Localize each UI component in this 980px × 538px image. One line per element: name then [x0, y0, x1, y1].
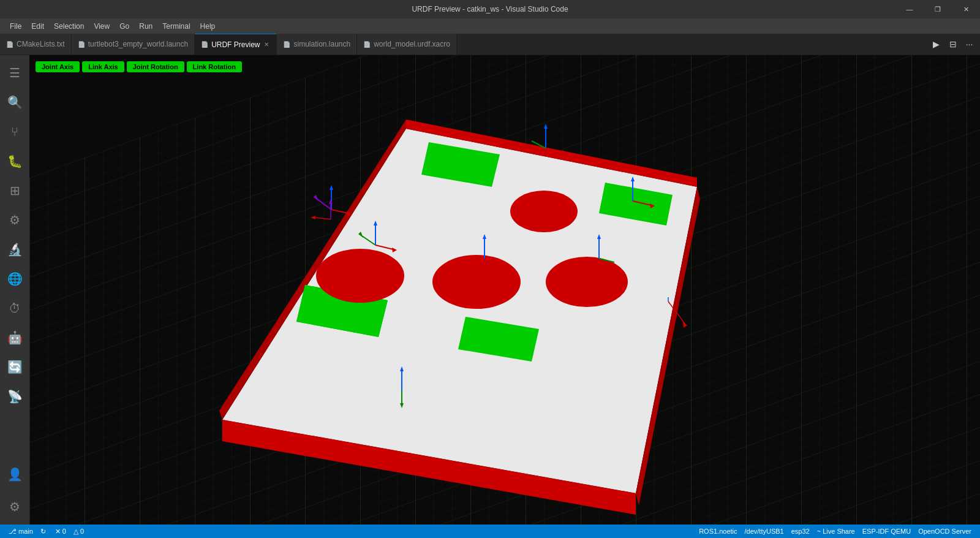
svg-point-14 — [432, 255, 521, 309]
activity-item-settings[interactable]: ⚙ — [0, 492, 29, 521]
activity-item-robot[interactable]: ⚙ — [0, 205, 29, 235]
status-esp-idf[interactable]: ESP-IDF QEMU — [859, 525, 914, 538]
menu-bar: FileEditSelectionViewGoRunTerminalHelp — [0, 18, 980, 34]
live-text: Live Share — [823, 528, 855, 535]
tab-icon-world: 📄 — [363, 41, 371, 48]
split-button[interactable]: ⊟ — [945, 37, 960, 52]
activity-item-robot2[interactable]: 🤖 — [0, 323, 29, 352]
menu-item-terminal[interactable]: Terminal — [157, 21, 195, 32]
sync-icon: ↻ — [40, 528, 46, 536]
openocd-text: OpenOCD Server — [918, 528, 971, 535]
close-button[interactable]: ✕ — [952, 0, 980, 18]
overlay-btn-joint-axis[interactable]: Joint Axis — [36, 61, 80, 72]
tab-icon-urdf: 📄 — [201, 41, 208, 48]
live-icon: ~ — [817, 528, 821, 535]
menu-item-file[interactable]: File — [5, 21, 26, 32]
title-bar: URDF Preview - catkin_ws - Visual Studio… — [0, 0, 980, 18]
status-git-branch[interactable]: ⎇main — [5, 525, 37, 538]
tab-label-turtlebot: turtlebot3_empty_world.launch — [88, 40, 188, 48]
activity-bar: ☰🔍⑂🐛⊞⚙🔬🌐⏱🤖🔄📡👤⚙ — [0, 55, 29, 525]
menu-item-help[interactable]: Help — [195, 21, 221, 32]
tab-actions: ▶⊟··· — [929, 34, 980, 55]
tab-label-simulation: simulation.launch — [293, 40, 350, 48]
git-branch-text: main — [18, 528, 33, 535]
status-openocd[interactable]: OpenOCD Server — [914, 525, 975, 538]
tab-icon-cmake: 📄 — [6, 41, 13, 48]
status-bar: ⎇main↻✕0△0ROS1.noetic/dev/ttyUSB1esp32~L… — [0, 525, 980, 538]
status-sync[interactable]: ↻ — [37, 525, 51, 538]
minimize-button[interactable]: — — [895, 0, 924, 18]
activity-item-update[interactable]: 🔄 — [0, 352, 29, 382]
menu-item-selection[interactable]: Selection — [49, 21, 89, 32]
svg-point-15 — [546, 257, 628, 307]
warnings-text: 0 — [80, 528, 84, 535]
activity-item-wifi[interactable]: 📡 — [0, 382, 29, 411]
tab-icon-turtlebot: 📄 — [78, 41, 85, 48]
status-warnings[interactable]: △0 — [70, 525, 88, 538]
status-esp[interactable]: esp32 — [788, 525, 813, 538]
more-button[interactable]: ··· — [962, 37, 977, 52]
port-text: /dev/ttyUSB1 — [745, 528, 784, 535]
errors-icon: ✕ — [55, 528, 61, 536]
restore-button[interactable]: ❐ — [924, 0, 952, 18]
tab-cmake[interactable]: 📄CMakeLists.txt — [0, 34, 72, 55]
tab-label-world: world_model.urdf.xacro — [374, 40, 450, 48]
title-bar-title: URDF Preview - catkin_ws - Visual Studio… — [412, 5, 568, 13]
tab-label-cmake: CMakeLists.txt — [17, 40, 65, 48]
tab-close-urdf[interactable]: ✕ — [263, 40, 270, 48]
menu-item-edit[interactable]: Edit — [26, 21, 49, 32]
activity-item-debug[interactable]: 🐛 — [0, 146, 29, 176]
main-layout: ☰🔍⑂🐛⊞⚙🔬🌐⏱🤖🔄📡👤⚙ — [0, 55, 980, 525]
tab-icon-simulation: 📄 — [283, 41, 290, 48]
activity-item-flask[interactable]: 🔬 — [0, 235, 29, 264]
overlay-btn-joint-rotation[interactable]: Joint Rotation — [127, 61, 184, 72]
status-ros[interactable]: ROS1.noetic — [695, 525, 741, 538]
svg-point-16 — [510, 191, 578, 232]
tab-bar: 📄CMakeLists.txt📄turtlebot3_empty_world.l… — [0, 34, 980, 55]
activity-item-scm[interactable]: ⑂ — [0, 117, 29, 146]
activity-item-search[interactable]: 🔍 — [0, 88, 29, 117]
activity-item-extensions[interactable]: ⊞ — [0, 176, 29, 205]
overlay-buttons: Joint AxisLink AxisJoint RotationLink Ro… — [36, 61, 242, 72]
status-errors[interactable]: ✕0 — [51, 525, 70, 538]
overlay-btn-link-rotation[interactable]: Link Rotation — [187, 61, 242, 72]
tab-urdf[interactable]: 📄URDF Preview✕ — [195, 34, 277, 55]
activity-item-account[interactable]: 👤 — [0, 460, 29, 489]
status-port[interactable]: /dev/ttyUSB1 — [741, 525, 788, 538]
errors-text: 0 — [62, 528, 66, 535]
activity-item-explorer[interactable]: ☰ — [0, 58, 29, 88]
run-button[interactable]: ▶ — [929, 37, 944, 52]
tab-world[interactable]: 📄world_model.urdf.xacro — [357, 34, 457, 55]
tab-label-urdf: URDF Preview — [211, 40, 260, 49]
warnings-icon: △ — [74, 528, 78, 536]
menu-item-go[interactable]: Go — [115, 21, 134, 32]
menu-item-view[interactable]: View — [89, 21, 115, 32]
title-bar-controls: — ❐ ✕ — [895, 0, 980, 18]
git-branch-icon: ⎇ — [9, 528, 17, 536]
grid-background — [29, 55, 980, 525]
activity-item-globe[interactable]: 🌐 — [0, 264, 29, 294]
content-area: Joint AxisLink AxisJoint RotationLink Ro… — [29, 55, 980, 525]
status-live[interactable]: ~Live Share — [813, 525, 859, 538]
menu-item-run[interactable]: Run — [134, 21, 157, 32]
esp-text: esp32 — [791, 528, 810, 535]
ros-text: ROS1.noetic — [699, 528, 737, 535]
tab-simulation[interactable]: 📄simulation.launch — [277, 34, 357, 55]
overlay-btn-link-axis[interactable]: Link Axis — [82, 61, 124, 72]
activity-item-time[interactable]: ⏱ — [0, 294, 29, 323]
tab-turtlebot[interactable]: 📄turtlebot3_empty_world.launch — [72, 34, 195, 55]
svg-point-13 — [316, 249, 404, 303]
esp-idf-text: ESP-IDF QEMU — [862, 528, 911, 535]
